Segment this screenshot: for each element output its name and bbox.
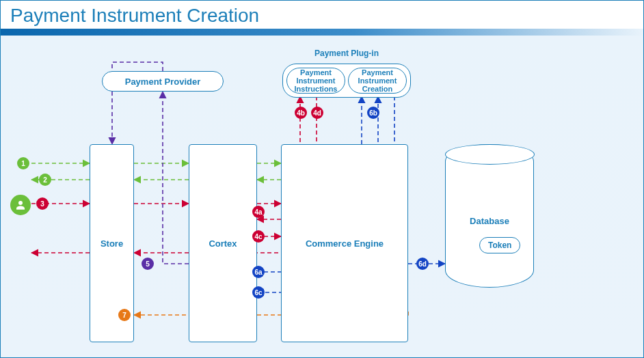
step-badge-4c: 4c [252,230,265,243]
step-badge-4b: 4b [295,107,307,119]
step-badge-7: 7 [118,309,131,321]
node-plugin-creation: Payment Instrument Creation [348,68,407,94]
step-badge-6a: 6a [252,266,265,278]
step-badge-6b: 6b [367,107,379,119]
page-title: Payment Instrument Creation [10,5,259,27]
step-badge-4a: 4a [252,206,265,218]
node-cortex: Cortex [189,144,257,342]
node-token: Token [479,237,520,253]
step-badge-6d: 6d [416,258,429,270]
user-icon [10,195,31,215]
node-payment-provider: Payment Provider [102,71,224,92]
node-plugin-instructions: Payment Instrument Instructions [286,68,345,94]
title-accent-bar [1,29,643,36]
step-badge-2: 2 [39,174,51,186]
step-badge-3: 3 [36,197,49,210]
step-badge-6c: 6c [252,286,265,299]
node-commerce-engine: Commerce Engine [281,144,408,342]
label-payment-plugin: Payment Plug-in [282,49,411,58]
step-badge-1: 1 [17,157,29,169]
step-badge-5: 5 [142,258,154,270]
step-badge-4d: 4d [311,107,323,119]
label-database: Database [445,216,534,226]
